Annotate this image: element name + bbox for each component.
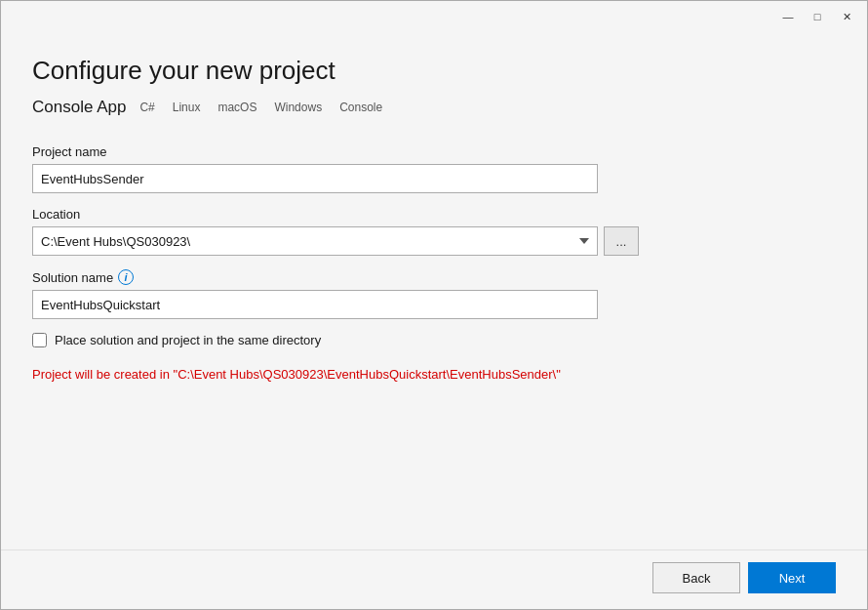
project-name-input[interactable] <box>32 164 598 193</box>
minimize-button[interactable]: — <box>775 7 801 26</box>
close-button[interactable]: ✕ <box>834 7 859 26</box>
same-directory-checkbox-row: Place solution and project in the same d… <box>32 333 836 347</box>
subtitle-row: Console App C# Linux macOS Windows Conso… <box>32 98 836 117</box>
tag-csharp: C# <box>136 100 158 115</box>
tag-windows: Windows <box>270 100 326 115</box>
page-title: Configure your new project <box>32 56 836 86</box>
project-name-group: Project name <box>32 144 836 193</box>
project-name-label: Project name <box>32 144 836 159</box>
location-select[interactable]: C:\Event Hubs\QS030923\ <box>32 226 598 256</box>
title-bar: — □ ✕ <box>1 1 867 32</box>
window: — □ ✕ Configure your new project Console… <box>0 0 868 610</box>
location-row: C:\Event Hubs\QS030923\ ... <box>32 226 836 256</box>
solution-name-group: Solution name i <box>32 269 836 319</box>
same-directory-label[interactable]: Place solution and project in the same d… <box>55 333 321 347</box>
main-content: Configure your new project Console App C… <box>1 32 867 549</box>
tag-linux: Linux <box>169 100 205 115</box>
solution-name-input[interactable] <box>32 290 598 319</box>
location-label: Location <box>32 207 836 222</box>
footer: Back Next <box>1 549 867 609</box>
same-directory-checkbox[interactable] <box>32 333 47 347</box>
next-button[interactable]: Next <box>748 562 836 593</box>
browse-button[interactable]: ... <box>604 226 639 256</box>
back-button[interactable]: Back <box>652 562 740 593</box>
tag-console: Console <box>335 100 386 115</box>
maximize-button[interactable]: □ <box>805 7 830 26</box>
solution-name-label: Solution name i <box>32 269 836 285</box>
location-group: Location C:\Event Hubs\QS030923\ ... <box>32 207 836 256</box>
tag-macos: macOS <box>214 100 260 115</box>
form-section: Project name Location C:\Event Hubs\QS03… <box>32 144 836 382</box>
title-bar-controls: — □ ✕ <box>775 7 859 26</box>
info-icon[interactable]: i <box>118 269 134 285</box>
project-path-text: Project will be created in "C:\Event Hub… <box>32 367 836 382</box>
app-name-label: Console App <box>32 98 126 117</box>
